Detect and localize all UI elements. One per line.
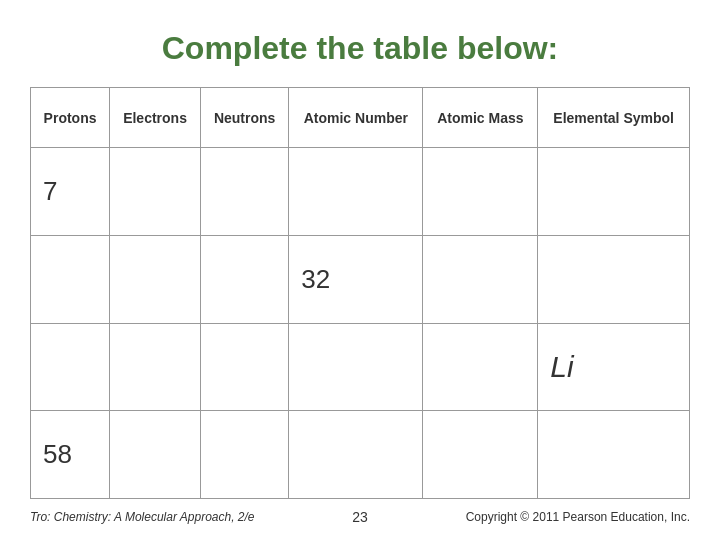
col-header-electrons: Electrons (110, 88, 201, 148)
row1-atomic-number (289, 148, 423, 236)
row4-protons: 58 (31, 411, 110, 499)
page-title: Complete the table below: (30, 30, 690, 67)
row2-electrons (110, 235, 201, 323)
row4-elemental-symbol (538, 411, 690, 499)
row2-atomic-number: 32 (289, 235, 423, 323)
row3-protons (31, 323, 110, 411)
row3-neutrons (200, 323, 288, 411)
row4-neutrons (200, 411, 288, 499)
row2-neutrons (200, 235, 288, 323)
row1-electrons (110, 148, 201, 236)
row3-atomic-mass (423, 323, 538, 411)
row2-elemental-symbol (538, 235, 690, 323)
col-header-neutrons: Neutrons (200, 88, 288, 148)
col-header-protons: Protons (31, 88, 110, 148)
row3-atomic-number (289, 323, 423, 411)
row1-atomic-mass (423, 148, 538, 236)
row1-elemental-symbol (538, 148, 690, 236)
row3-elemental-symbol: Li (538, 323, 690, 411)
table-row: Li (31, 323, 690, 411)
data-table: Protons Electrons Neutrons Atomic Number… (30, 87, 690, 499)
row4-electrons (110, 411, 201, 499)
col-header-elemental-symbol: Elemental Symbol (538, 88, 690, 148)
footer-attribution: Tro: Chemistry: A Molecular Approach, 2/… (30, 510, 255, 524)
footer-copyright: Copyright © 2011 Pearson Education, Inc. (466, 510, 690, 524)
table-wrapper: Protons Electrons Neutrons Atomic Number… (30, 87, 690, 499)
table-row: 7 (31, 148, 690, 236)
col-header-atomic-mass: Atomic Mass (423, 88, 538, 148)
row1-neutrons (200, 148, 288, 236)
row2-protons (31, 235, 110, 323)
col-header-atomic-number: Atomic Number (289, 88, 423, 148)
row2-atomic-mass (423, 235, 538, 323)
footer-page-number: 23 (352, 509, 368, 525)
row4-atomic-mass (423, 411, 538, 499)
row4-atomic-number (289, 411, 423, 499)
table-row: 32 (31, 235, 690, 323)
row3-electrons (110, 323, 201, 411)
table-header-row: Protons Electrons Neutrons Atomic Number… (31, 88, 690, 148)
row1-protons: 7 (31, 148, 110, 236)
page-container: Complete the table below: Protons Electr… (0, 0, 720, 540)
table-row: 58 (31, 411, 690, 499)
footer: Tro: Chemistry: A Molecular Approach, 2/… (30, 509, 690, 525)
